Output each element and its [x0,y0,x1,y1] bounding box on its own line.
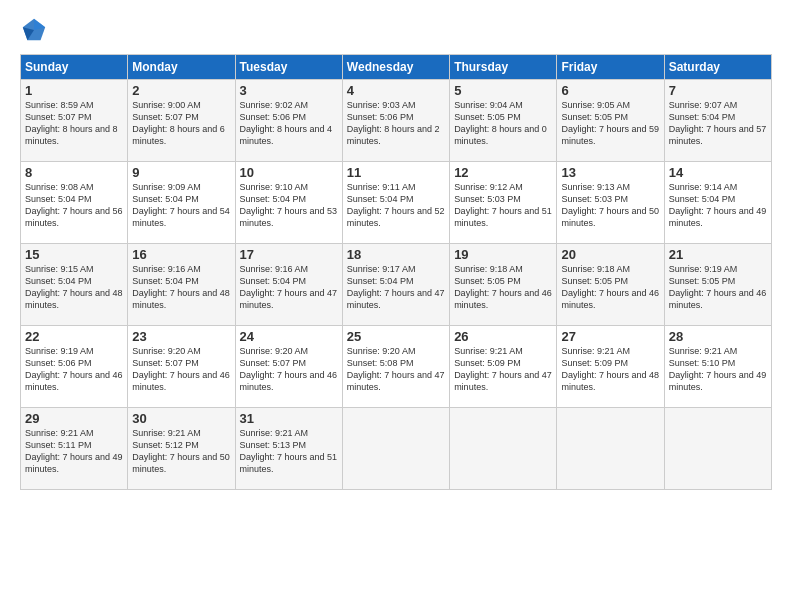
calendar-day-cell: 19 Sunrise: 9:18 AMSunset: 5:05 PMDaylig… [450,244,557,326]
calendar-day-cell: 10 Sunrise: 9:10 AMSunset: 5:04 PMDaylig… [235,162,342,244]
day-info: Sunrise: 9:10 AMSunset: 5:04 PMDaylight:… [240,182,338,228]
calendar-day-cell: 11 Sunrise: 9:11 AMSunset: 5:04 PMDaylig… [342,162,449,244]
calendar-day-cell: 20 Sunrise: 9:18 AMSunset: 5:05 PMDaylig… [557,244,664,326]
day-info: Sunrise: 8:59 AMSunset: 5:07 PMDaylight:… [25,100,118,146]
day-number: 30 [132,411,230,426]
day-number: 18 [347,247,445,262]
weekday-header: Wednesday [342,55,449,80]
day-info: Sunrise: 9:18 AMSunset: 5:05 PMDaylight:… [561,264,659,310]
day-info: Sunrise: 9:00 AMSunset: 5:07 PMDaylight:… [132,100,225,146]
day-number: 2 [132,83,230,98]
calendar-day-cell: 16 Sunrise: 9:16 AMSunset: 5:04 PMDaylig… [128,244,235,326]
day-number: 29 [25,411,123,426]
day-number: 13 [561,165,659,180]
day-info: Sunrise: 9:05 AMSunset: 5:05 PMDaylight:… [561,100,659,146]
day-info: Sunrise: 9:08 AMSunset: 5:04 PMDaylight:… [25,182,123,228]
day-number: 25 [347,329,445,344]
day-info: Sunrise: 9:20 AMSunset: 5:07 PMDaylight:… [132,346,230,392]
calendar-page: SundayMondayTuesdayWednesdayThursdayFrid… [0,0,792,612]
day-number: 20 [561,247,659,262]
calendar-day-cell: 18 Sunrise: 9:17 AMSunset: 5:04 PMDaylig… [342,244,449,326]
calendar-day-cell [450,408,557,490]
day-info: Sunrise: 9:18 AMSunset: 5:05 PMDaylight:… [454,264,552,310]
day-info: Sunrise: 9:16 AMSunset: 5:04 PMDaylight:… [240,264,338,310]
calendar-week-row: 8 Sunrise: 9:08 AMSunset: 5:04 PMDayligh… [21,162,772,244]
day-number: 31 [240,411,338,426]
calendar-day-cell: 9 Sunrise: 9:09 AMSunset: 5:04 PMDayligh… [128,162,235,244]
day-number: 6 [561,83,659,98]
day-info: Sunrise: 9:15 AMSunset: 5:04 PMDaylight:… [25,264,123,310]
day-number: 19 [454,247,552,262]
day-number: 22 [25,329,123,344]
calendar-header-row: SundayMondayTuesdayWednesdayThursdayFrid… [21,55,772,80]
day-number: 1 [25,83,123,98]
weekday-header: Friday [557,55,664,80]
calendar-day-cell [342,408,449,490]
day-info: Sunrise: 9:03 AMSunset: 5:06 PMDaylight:… [347,100,440,146]
day-info: Sunrise: 9:11 AMSunset: 5:04 PMDaylight:… [347,182,445,228]
day-info: Sunrise: 9:07 AMSunset: 5:04 PMDaylight:… [669,100,767,146]
day-number: 14 [669,165,767,180]
day-number: 24 [240,329,338,344]
calendar-day-cell: 25 Sunrise: 9:20 AMSunset: 5:08 PMDaylig… [342,326,449,408]
day-info: Sunrise: 9:21 AMSunset: 5:09 PMDaylight:… [561,346,659,392]
calendar-day-cell: 22 Sunrise: 9:19 AMSunset: 5:06 PMDaylig… [21,326,128,408]
day-info: Sunrise: 9:21 AMSunset: 5:10 PMDaylight:… [669,346,767,392]
day-info: Sunrise: 9:16 AMSunset: 5:04 PMDaylight:… [132,264,230,310]
logo [20,16,52,44]
day-info: Sunrise: 9:20 AMSunset: 5:07 PMDaylight:… [240,346,338,392]
day-number: 12 [454,165,552,180]
day-info: Sunrise: 9:17 AMSunset: 5:04 PMDaylight:… [347,264,445,310]
logo-icon [20,16,48,44]
calendar-day-cell: 7 Sunrise: 9:07 AMSunset: 5:04 PMDayligh… [664,80,771,162]
day-info: Sunrise: 9:21 AMSunset: 5:09 PMDaylight:… [454,346,552,392]
calendar-day-cell [664,408,771,490]
calendar-day-cell: 21 Sunrise: 9:19 AMSunset: 5:05 PMDaylig… [664,244,771,326]
day-number: 10 [240,165,338,180]
day-number: 3 [240,83,338,98]
day-info: Sunrise: 9:21 AMSunset: 5:13 PMDaylight:… [240,428,338,474]
day-info: Sunrise: 9:20 AMSunset: 5:08 PMDaylight:… [347,346,445,392]
calendar-day-cell: 6 Sunrise: 9:05 AMSunset: 5:05 PMDayligh… [557,80,664,162]
day-number: 26 [454,329,552,344]
day-number: 8 [25,165,123,180]
calendar-day-cell: 28 Sunrise: 9:21 AMSunset: 5:10 PMDaylig… [664,326,771,408]
day-number: 5 [454,83,552,98]
calendar-table: SundayMondayTuesdayWednesdayThursdayFrid… [20,54,772,490]
calendar-day-cell: 26 Sunrise: 9:21 AMSunset: 5:09 PMDaylig… [450,326,557,408]
calendar-day-cell: 14 Sunrise: 9:14 AMSunset: 5:04 PMDaylig… [664,162,771,244]
calendar-day-cell: 2 Sunrise: 9:00 AMSunset: 5:07 PMDayligh… [128,80,235,162]
calendar-week-row: 22 Sunrise: 9:19 AMSunset: 5:06 PMDaylig… [21,326,772,408]
calendar-day-cell: 30 Sunrise: 9:21 AMSunset: 5:12 PMDaylig… [128,408,235,490]
day-number: 16 [132,247,230,262]
calendar-week-row: 29 Sunrise: 9:21 AMSunset: 5:11 PMDaylig… [21,408,772,490]
day-number: 7 [669,83,767,98]
calendar-day-cell: 29 Sunrise: 9:21 AMSunset: 5:11 PMDaylig… [21,408,128,490]
day-info: Sunrise: 9:04 AMSunset: 5:05 PMDaylight:… [454,100,547,146]
calendar-day-cell: 24 Sunrise: 9:20 AMSunset: 5:07 PMDaylig… [235,326,342,408]
calendar-day-cell: 3 Sunrise: 9:02 AMSunset: 5:06 PMDayligh… [235,80,342,162]
calendar-day-cell: 17 Sunrise: 9:16 AMSunset: 5:04 PMDaylig… [235,244,342,326]
calendar-day-cell [557,408,664,490]
day-number: 4 [347,83,445,98]
day-info: Sunrise: 9:09 AMSunset: 5:04 PMDaylight:… [132,182,230,228]
weekday-header: Sunday [21,55,128,80]
day-info: Sunrise: 9:21 AMSunset: 5:11 PMDaylight:… [25,428,123,474]
day-number: 23 [132,329,230,344]
day-number: 27 [561,329,659,344]
weekday-header: Saturday [664,55,771,80]
calendar-day-cell: 4 Sunrise: 9:03 AMSunset: 5:06 PMDayligh… [342,80,449,162]
day-info: Sunrise: 9:19 AMSunset: 5:06 PMDaylight:… [25,346,123,392]
calendar-week-row: 1 Sunrise: 8:59 AMSunset: 5:07 PMDayligh… [21,80,772,162]
day-info: Sunrise: 9:21 AMSunset: 5:12 PMDaylight:… [132,428,230,474]
day-number: 28 [669,329,767,344]
day-info: Sunrise: 9:14 AMSunset: 5:04 PMDaylight:… [669,182,767,228]
calendar-day-cell: 13 Sunrise: 9:13 AMSunset: 5:03 PMDaylig… [557,162,664,244]
day-number: 21 [669,247,767,262]
calendar-week-row: 15 Sunrise: 9:15 AMSunset: 5:04 PMDaylig… [21,244,772,326]
day-info: Sunrise: 9:02 AMSunset: 5:06 PMDaylight:… [240,100,333,146]
weekday-header: Tuesday [235,55,342,80]
day-number: 17 [240,247,338,262]
day-number: 11 [347,165,445,180]
day-info: Sunrise: 9:13 AMSunset: 5:03 PMDaylight:… [561,182,659,228]
